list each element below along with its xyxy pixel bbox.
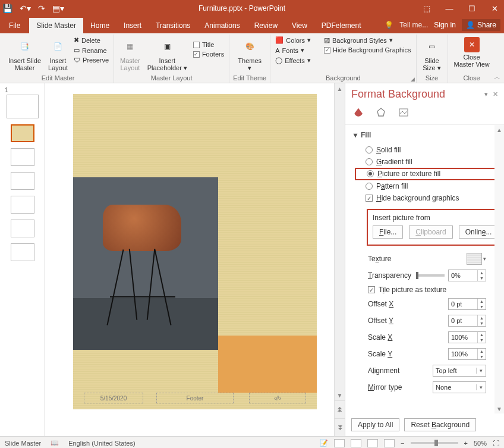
canvas-scrollbar[interactable]: ▲ ⯭ ⯯ ▼ bbox=[334, 83, 345, 436]
redo-icon[interactable]: ↷ bbox=[38, 4, 45, 13]
status-language[interactable]: English (United States) bbox=[68, 440, 136, 447]
undo-icon[interactable]: ↶▾ bbox=[20, 4, 31, 13]
tab-home[interactable]: Home bbox=[83, 18, 116, 33]
hide-bg-graphics-checkbox[interactable]: ✓Hide Background Graphics bbox=[323, 46, 412, 54]
background-dialog-launcher[interactable]: ◢ bbox=[411, 76, 415, 82]
fonts-icon: A bbox=[275, 47, 279, 54]
svg-marker-0 bbox=[377, 108, 385, 116]
tab-review[interactable]: Review bbox=[247, 18, 285, 33]
slide-size-button[interactable]: ▭ Slide Size ▾ bbox=[420, 36, 444, 73]
footers-checkbox[interactable]: ✓Footers bbox=[192, 50, 225, 58]
sign-in[interactable]: Sign in bbox=[434, 21, 456, 29]
slide-canvas[interactable]: 5/15/2020 Footer ‹#› ▲ ⯭ ⯯ ▼ bbox=[45, 83, 345, 436]
themes-button[interactable]: 🎨 Themes▾ bbox=[235, 36, 264, 73]
mirror-combo[interactable]: None▾ bbox=[433, 381, 486, 393]
transparency-slider[interactable] bbox=[416, 274, 445, 277]
close-master-icon: ✕ bbox=[464, 37, 480, 52]
reset-background-button[interactable]: Reset Background bbox=[404, 418, 476, 431]
normal-view-icon[interactable] bbox=[334, 439, 345, 447]
tab-insert[interactable]: Insert bbox=[116, 18, 149, 33]
gradient-fill-radio[interactable]: Gradient fill bbox=[354, 156, 498, 168]
minimize-icon[interactable]: — bbox=[442, 4, 456, 13]
offset-x-spinner[interactable]: 0 pt▲▼ bbox=[448, 298, 486, 310]
offset-x-label: Offset X bbox=[368, 300, 393, 308]
insert-placeholder-button[interactable]: ▣ Insert Placeholder ▾ bbox=[145, 36, 190, 73]
scroll-up-icon[interactable]: ▲ bbox=[335, 83, 345, 94]
tab-animations[interactable]: Animations bbox=[197, 18, 247, 33]
delete-button[interactable]: ✖Delete bbox=[73, 36, 110, 45]
scale-x-spinner[interactable]: 100%▲▼ bbox=[448, 331, 486, 343]
pane-options-icon[interactable]: ▾ bbox=[484, 90, 488, 98]
footer-placeholder[interactable]: Footer bbox=[156, 393, 234, 403]
fonts-button[interactable]: AFonts ▾ bbox=[274, 46, 312, 55]
tab-transitions[interactable]: Transitions bbox=[149, 18, 197, 33]
date-placeholder[interactable]: 5/15/2020 bbox=[84, 393, 143, 403]
slideshow-view-icon[interactable] bbox=[384, 439, 395, 447]
thumb-layout-5[interactable] bbox=[11, 220, 34, 237]
title-checkbox[interactable]: Title bbox=[192, 40, 225, 49]
alignment-combo[interactable]: Top left▾ bbox=[433, 365, 486, 377]
save-icon[interactable]: 💾 bbox=[2, 4, 12, 13]
next-slide-icon[interactable]: ⯯ bbox=[335, 418, 345, 436]
solid-fill-radio[interactable]: Solid fill bbox=[354, 144, 498, 156]
zoom-value[interactable]: 50% bbox=[474, 440, 487, 447]
insert-slide-master-button[interactable]: 📑 Insert Slide Master bbox=[6, 36, 43, 73]
pattern-fill-radio[interactable]: Pattern fill bbox=[354, 180, 498, 192]
fit-to-window-icon[interactable]: ⛶ bbox=[493, 440, 499, 447]
thumb-layout-1[interactable] bbox=[11, 124, 34, 142]
thumb-layout-4[interactable] bbox=[11, 196, 34, 214]
effects-button[interactable]: ◯Effects ▾ bbox=[274, 56, 312, 65]
fill-section-toggle[interactable]: ▾Fill bbox=[354, 131, 498, 139]
thumbnail-pane[interactable]: 1 bbox=[0, 83, 45, 436]
thumb-layout-2[interactable] bbox=[11, 148, 34, 166]
collapse-ribbon-icon[interactable]: ︿ bbox=[494, 73, 500, 82]
tab-slide-master[interactable]: Slide Master bbox=[29, 18, 83, 33]
ribbon-display-options-icon[interactable]: ⬚ bbox=[420, 4, 434, 13]
zoom-out-icon[interactable]: − bbox=[401, 440, 404, 447]
pane-tab-picture[interactable] bbox=[396, 105, 411, 120]
zoom-slider[interactable] bbox=[411, 442, 458, 444]
scroll-down-icon[interactable]: ▼ bbox=[335, 390, 345, 400]
tab-file[interactable]: File bbox=[0, 18, 29, 33]
spellcheck-icon[interactable]: 📖 bbox=[51, 439, 59, 447]
rename-button[interactable]: ▭Rename bbox=[73, 46, 110, 55]
pane-scroll-up-icon[interactable]: ▲ bbox=[494, 125, 504, 134]
slide-sorter-view-icon[interactable] bbox=[351, 439, 361, 447]
close-icon[interactable]: ✕ bbox=[487, 4, 502, 13]
colors-button[interactable]: 🟥Colors ▾ bbox=[274, 36, 312, 45]
file-button[interactable]: File... bbox=[373, 225, 403, 239]
slide[interactable]: 5/15/2020 Footer ‹#› bbox=[73, 94, 317, 409]
texture-swatch[interactable] bbox=[467, 253, 482, 265]
scale-y-spinner[interactable]: 100%▲▼ bbox=[448, 348, 486, 360]
thumb-layout-6[interactable] bbox=[11, 243, 34, 261]
thumb-layout-3[interactable] bbox=[11, 172, 34, 190]
insert-layout-button[interactable]: 📄 Insert Layout bbox=[46, 36, 70, 73]
close-master-view-button[interactable]: ✕ Close Master View bbox=[452, 36, 492, 69]
online-button[interactable]: Online... bbox=[459, 225, 499, 239]
notes-button[interactable]: 📝 bbox=[320, 439, 328, 447]
start-from-beginning-icon[interactable]: ▤▾ bbox=[52, 4, 64, 13]
picture-texture-fill-radio[interactable]: Picture or texture fill bbox=[355, 168, 498, 180]
offset-y-spinner[interactable]: 0 pt▲▼ bbox=[448, 315, 486, 327]
tab-pdfelement[interactable]: PDFelement bbox=[314, 18, 368, 33]
tell-me[interactable]: Tell me... bbox=[399, 21, 428, 29]
thumb-master[interactable] bbox=[7, 95, 39, 118]
pane-close-icon[interactable]: ✕ bbox=[493, 90, 498, 98]
background-styles-button[interactable]: ▨Background Styles ▾ bbox=[323, 36, 412, 45]
maximize-icon[interactable]: ☐ bbox=[465, 4, 479, 13]
hide-bg-graphics-check[interactable]: ✓Hide background graphics bbox=[354, 192, 498, 204]
pane-tab-effects[interactable] bbox=[374, 105, 388, 120]
slide-number-placeholder[interactable]: ‹#› bbox=[249, 393, 306, 403]
pane-tab-fill[interactable] bbox=[351, 105, 366, 120]
pane-scrollbar[interactable]: ▲ ▼ bbox=[494, 125, 504, 413]
reading-view-icon[interactable] bbox=[367, 439, 378, 447]
prev-slide-icon[interactable]: ⯭ bbox=[335, 400, 345, 418]
pane-scroll-down-icon[interactable]: ▼ bbox=[494, 404, 504, 413]
tab-view[interactable]: View bbox=[285, 18, 314, 33]
apply-to-all-button[interactable]: Apply to All bbox=[351, 418, 399, 431]
tile-picture-check[interactable]: ✓Tile picture as texture bbox=[354, 284, 498, 296]
transparency-spinner[interactable]: 0%▲▼ bbox=[448, 270, 486, 281]
preserve-button[interactable]: 🛡Preserve bbox=[73, 56, 110, 64]
zoom-in-icon[interactable]: + bbox=[464, 440, 468, 447]
share-button[interactable]: 👤Share bbox=[462, 19, 500, 31]
